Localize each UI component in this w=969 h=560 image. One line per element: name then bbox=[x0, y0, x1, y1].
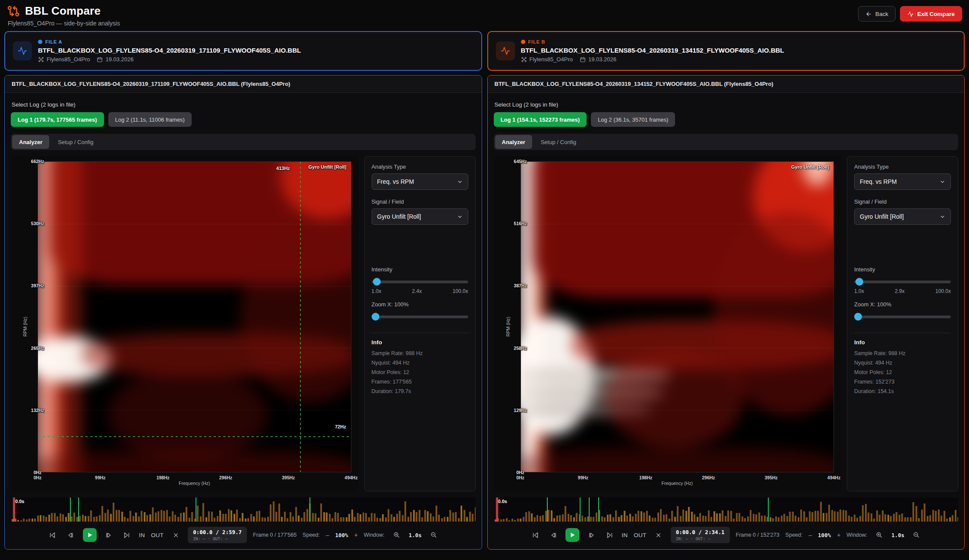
info-nyquist: Nyquist: 494 Hz bbox=[372, 359, 468, 368]
x-tick: 198Hz bbox=[639, 475, 652, 480]
page-title: BBL Compare bbox=[25, 4, 101, 18]
intensity-slider[interactable] bbox=[854, 278, 951, 286]
zoom-x-slider[interactable] bbox=[854, 313, 951, 321]
panel-b-titlebar: BTFL_BLACKBOX_LOG_FLYLENS85-O4_20260319_… bbox=[488, 76, 965, 93]
window-zoom-in-icon[interactable] bbox=[873, 529, 885, 541]
analysis-type-select[interactable]: Freq. vs RPM bbox=[854, 173, 951, 190]
skip-to-start-button[interactable] bbox=[529, 529, 541, 541]
speed-decrease-button[interactable]: – bbox=[326, 532, 329, 538]
analysis-type-select[interactable]: Freq. vs RPM bbox=[372, 173, 468, 190]
intensity-min: 1.0x bbox=[372, 288, 382, 294]
x-tick: 99Hz bbox=[578, 475, 589, 480]
chevron-down-icon bbox=[457, 179, 463, 185]
window-zoom-out-icon[interactable] bbox=[428, 529, 440, 541]
speed-increase-button[interactable]: + bbox=[837, 532, 840, 538]
file-a-card[interactable]: FILE A BTFL_BLACKBOX_LOG_FLYLENS85-O4_20… bbox=[4, 31, 482, 71]
analysis-type-label: Analysis Type bbox=[854, 164, 951, 170]
tab-setup-config[interactable]: Setup / Config bbox=[534, 135, 583, 149]
tab-analyzer[interactable]: Analyzer bbox=[495, 135, 532, 149]
timeline-scrubber-a[interactable]: 0.0s bbox=[11, 497, 476, 522]
exit-compare-button[interactable]: Exit Compare bbox=[900, 6, 962, 22]
y-tick: 645Hz bbox=[514, 159, 527, 164]
signal-field-select[interactable]: Gyro Unfilt [Roll] bbox=[372, 208, 468, 225]
speed-increase-button[interactable]: + bbox=[354, 532, 358, 538]
window-label: Window: bbox=[846, 532, 867, 538]
zoom-x-slider[interactable] bbox=[372, 313, 468, 321]
info-motor-poles: Motor Poles: 12 bbox=[372, 368, 468, 378]
activity-icon bbox=[907, 11, 914, 17]
speed-label: Speed: bbox=[303, 532, 320, 538]
play-button[interactable] bbox=[565, 528, 579, 542]
analysis-type-label: Analysis Type bbox=[372, 164, 468, 170]
crosshair-horizontal-line bbox=[38, 436, 351, 437]
window-zoom-out-icon[interactable] bbox=[910, 529, 922, 541]
chevron-down-icon bbox=[940, 214, 945, 220]
window-label: Window: bbox=[364, 532, 385, 538]
timeline-scrubber-b[interactable]: 0.0s bbox=[494, 497, 959, 522]
spectrogram-a-plot[interactable]: Gyro Unfilt [Roll] 413Hz 72Hz bbox=[38, 161, 351, 472]
frame-counter: Frame 0 / 152'273 bbox=[736, 532, 780, 538]
info-motor-poles: Motor Poles: 12 bbox=[854, 368, 951, 378]
tab-setup-config[interactable]: Setup / Config bbox=[51, 135, 100, 149]
log-1-button[interactable]: Log 1 (179.7s, 177565 frames) bbox=[11, 112, 104, 127]
file-b-date: 19.03.2026 bbox=[588, 56, 616, 63]
info-nyquist: Nyquist: 494 Hz bbox=[854, 359, 951, 368]
file-b-badge: FILE B bbox=[528, 39, 546, 44]
set-out-button[interactable]: OUT bbox=[634, 532, 646, 538]
info-frames: Frames: 177'565 bbox=[372, 378, 468, 387]
back-button[interactable]: Back bbox=[858, 6, 896, 22]
timeline-start-time: 0.0s bbox=[498, 499, 507, 504]
craft-icon bbox=[38, 57, 44, 63]
file-b-dot bbox=[521, 40, 525, 44]
intensity-slider[interactable] bbox=[372, 278, 468, 286]
panel-a-title: BTFL_BLACKBOX_LOG_FLYLENS85-O4_20260319_… bbox=[12, 81, 290, 87]
log-1-button[interactable]: Log 1 (154.1s, 152273 frames) bbox=[494, 112, 587, 127]
git-compare-icon bbox=[7, 5, 20, 18]
file-b-card[interactable]: FILE B BTFL_BLACKBOX_LOG_FLYLENS85-O4_20… bbox=[487, 31, 965, 71]
set-out-button[interactable]: OUT bbox=[151, 532, 164, 538]
x-tick: 0Hz bbox=[34, 475, 42, 480]
skip-to-end-button[interactable] bbox=[603, 529, 615, 541]
speed-decrease-button[interactable]: – bbox=[808, 532, 812, 538]
set-in-button[interactable]: IN bbox=[622, 532, 628, 538]
spectrogram-a[interactable]: RPM (Hz) Gyro Unfilt [Roll] bbox=[11, 156, 358, 491]
tab-analyzer[interactable]: Analyzer bbox=[12, 135, 49, 149]
log-2-button[interactable]: Log 2 (36.1s, 35701 frames) bbox=[591, 112, 675, 127]
file-a-dot bbox=[38, 40, 42, 44]
calendar-icon bbox=[97, 57, 103, 63]
step-back-button[interactable] bbox=[547, 529, 559, 541]
timeline-playhead[interactable] bbox=[496, 497, 498, 522]
spectrogram-b[interactable]: RPM (Hz) Gyro Unfilt [Roll] 645Hz bbox=[494, 156, 841, 491]
crosshair-y-label: 72Hz bbox=[335, 424, 346, 429]
play-button[interactable] bbox=[83, 528, 97, 542]
x-tick: 395Hz bbox=[765, 475, 778, 480]
x-tick: 296Hz bbox=[702, 475, 715, 480]
x-tick: 0Hz bbox=[516, 475, 524, 480]
timeline-playhead[interactable] bbox=[13, 497, 15, 522]
y-tick: 662Hz bbox=[31, 159, 44, 164]
log-2-button[interactable]: Log 2 (11.1s, 11006 frames) bbox=[108, 112, 192, 127]
set-in-button[interactable]: IN bbox=[139, 532, 145, 538]
spectrogram-b-plot[interactable]: Gyro Unfilt [Roll] bbox=[521, 161, 834, 472]
panel-b-title: BTFL_BLACKBOX_LOG_FLYLENS85-O4_20260319_… bbox=[495, 81, 773, 87]
clear-inout-button[interactable] bbox=[170, 529, 182, 541]
time-display: 0:00.0 / 2:59.7 IN: – · OUT: – bbox=[188, 527, 247, 543]
x-tick: 99Hz bbox=[95, 475, 106, 480]
info-sample-rate: Sample Rate: 988 Hz bbox=[372, 349, 468, 359]
y-tick: 132Hz bbox=[31, 408, 44, 413]
skip-to-start-button[interactable] bbox=[47, 529, 59, 541]
step-forward-button[interactable] bbox=[585, 529, 597, 541]
timeline-marker bbox=[580, 497, 581, 522]
file-a-badge: FILE A bbox=[45, 39, 62, 44]
clear-inout-button[interactable] bbox=[653, 529, 665, 541]
zoom-x-label: Zoom X: 100% bbox=[372, 301, 468, 308]
window-zoom-in-icon[interactable] bbox=[391, 529, 403, 541]
calendar-icon bbox=[580, 57, 586, 63]
timeline-marker bbox=[598, 497, 599, 522]
skip-to-end-button[interactable] bbox=[121, 529, 133, 541]
signal-field-select[interactable]: Gyro Unfilt [Roll] bbox=[854, 208, 951, 225]
step-back-button[interactable] bbox=[65, 529, 77, 541]
step-forward-button[interactable] bbox=[103, 529, 115, 541]
y-tick: 516Hz bbox=[514, 221, 527, 226]
time-display: 0:00.0 / 2:34.1 IN: – · OUT: – bbox=[671, 527, 730, 543]
